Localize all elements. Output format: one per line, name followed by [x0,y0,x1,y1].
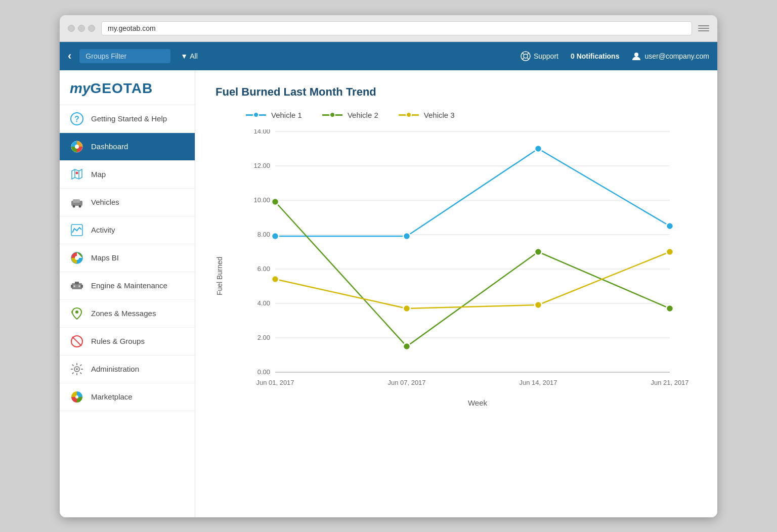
svg-point-6 [634,53,638,57]
legend-vehicle1: Vehicle 1 [246,111,302,119]
filter-arrow-icon: ▼ [181,52,188,60]
svg-point-69 [535,248,542,255]
svg-point-16 [73,205,75,207]
svg-point-41 [75,395,78,398]
chart-legend: Vehicle 1 Vehicle 2 Vehicle 3 [246,111,697,119]
svg-point-32 [76,368,78,370]
groups-filter-input[interactable] [79,49,170,63]
sidebar-item-getting-started[interactable]: ? Getting Started & Help [60,105,195,133]
sidebar-label-vehicles: Vehicles [91,198,119,206]
support-label: Support [534,52,558,60]
legend-label-v3: Vehicle 3 [424,111,455,119]
sidebar-label-zones: Zones & Messages [91,309,156,318]
sidebar-label-getting-started: Getting Started & Help [91,114,167,123]
sidebar-label-maps-bi: Maps BI [91,253,119,262]
sidebar-item-administration[interactable]: Administration [60,356,195,383]
content-area: Fuel Burned Last Month Trend Vehicle 1 V… [195,70,717,517]
svg-text:4.00: 4.00 [257,299,270,307]
filter-all-label: All [190,52,198,60]
svg-point-71 [272,276,279,283]
sidebar-item-rules[interactable]: Rules & Groups [60,328,195,356]
sidebar-item-marketplace[interactable]: Marketplace [60,383,195,411]
filter-all-dropdown[interactable]: ▼ All [181,52,197,60]
svg-line-3 [527,53,529,54]
back-button[interactable]: ‹ [68,50,71,63]
notifications-button[interactable]: 0 Notifications [571,52,619,60]
svg-point-13 [76,171,78,174]
sidebar-label-administration: Administration [91,365,139,373]
sidebar-item-activity[interactable]: Activity [60,216,195,244]
browser-menu-icon[interactable] [698,25,709,31]
browser-dot-1 [68,25,75,32]
support-button[interactable]: Support [521,51,558,61]
sidebar-nav: ? Getting Started & Help [60,105,195,517]
sidebar-item-vehicles[interactable]: Vehicles [60,189,195,216]
sidebar-item-zones[interactable]: Zones & Messages [60,300,195,328]
svg-point-68 [403,343,410,350]
chart-plot: 0.00 2.00 4.00 6.00 8.00 10.00 12.00 14.… [228,129,697,423]
logo-my: my [70,80,90,96]
sidebar-item-engine[interactable]: Engine & Maintenance [60,272,195,300]
svg-point-74 [666,248,673,255]
svg-point-65 [535,145,542,152]
rules-icon [70,334,84,348]
svg-text:Jun 21, 2017: Jun 21, 2017 [651,379,688,386]
svg-text:12.00: 12.00 [253,162,270,169]
app-logo: myGEOTAB [70,80,185,97]
svg-point-64 [403,233,410,240]
browser-window: my.geotab.com ‹ ▼ All [60,15,717,517]
svg-point-63 [272,233,279,240]
svg-point-1 [524,54,528,58]
legend-vehicle3: Vehicle 3 [399,111,455,119]
svg-text:2.00: 2.00 [257,334,270,341]
user-label: user@company.com [644,52,709,60]
sidebar-label-activity: Activity [91,226,115,234]
zones-icon [70,306,84,321]
svg-rect-23 [81,285,83,288]
svg-text:10.00: 10.00 [253,196,270,204]
sidebar-label-marketplace: Marketplace [91,392,133,401]
svg-point-10 [75,145,79,149]
logo-area: myGEOTAB [60,70,195,105]
sidebar-item-maps-bi[interactable]: Maps BI [60,244,195,272]
chart-title: Fuel Burned Last Month Trend [215,85,697,99]
sidebar: myGEOTAB ? Getting Started & Help [60,70,195,517]
svg-text:6.00: 6.00 [257,265,270,273]
svg-point-20 [75,256,79,260]
legend-vehicle2: Vehicle 2 [322,111,378,119]
user-menu[interactable]: user@company.com [631,51,709,61]
svg-line-5 [527,58,529,59]
svg-line-30 [72,337,81,346]
admin-icon [70,362,84,376]
svg-text:Jun 01, 2017: Jun 01, 2017 [256,379,294,386]
map-icon [70,167,84,182]
browser-dot-2 [78,25,85,32]
svg-point-28 [75,311,78,314]
help-icon: ? [70,112,84,126]
svg-text:14.00: 14.00 [253,129,270,135]
svg-line-4 [522,58,524,59]
address-bar[interactable]: my.geotab.com [101,21,692,35]
svg-point-72 [403,305,410,312]
browser-dots [68,25,95,32]
support-icon [521,51,531,61]
sidebar-label-map: Map [91,170,106,179]
svg-rect-22 [71,285,73,288]
logo-geotab: GEOTAB [90,80,153,96]
nav-right: Support 0 Notifications user@company.com [521,51,709,61]
svg-line-40 [72,372,74,374]
svg-point-26 [73,285,75,287]
sidebar-item-dashboard[interactable]: Dashboard [60,133,195,161]
svg-text:Jun 14, 2017: Jun 14, 2017 [519,379,557,386]
browser-chrome: my.geotab.com [60,15,717,42]
sidebar-label-rules: Rules & Groups [91,337,145,345]
sidebar-item-map[interactable]: Map [60,161,195,189]
user-icon [631,51,641,61]
svg-text:0.00: 0.00 [257,368,270,376]
chart-container: Fuel Burned [215,129,697,423]
svg-rect-24 [75,282,77,284]
vehicles-icon [70,195,84,209]
svg-point-67 [272,198,279,205]
legend-label-v2: Vehicle 2 [348,111,378,119]
svg-text:Jun 07, 2017: Jun 07, 2017 [387,379,425,386]
